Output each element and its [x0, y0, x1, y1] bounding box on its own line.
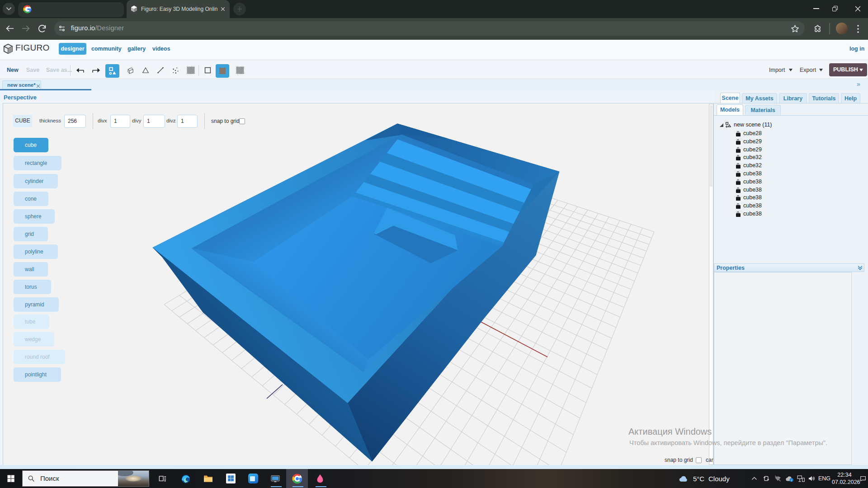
svg-text:i: i: [791, 479, 792, 482]
